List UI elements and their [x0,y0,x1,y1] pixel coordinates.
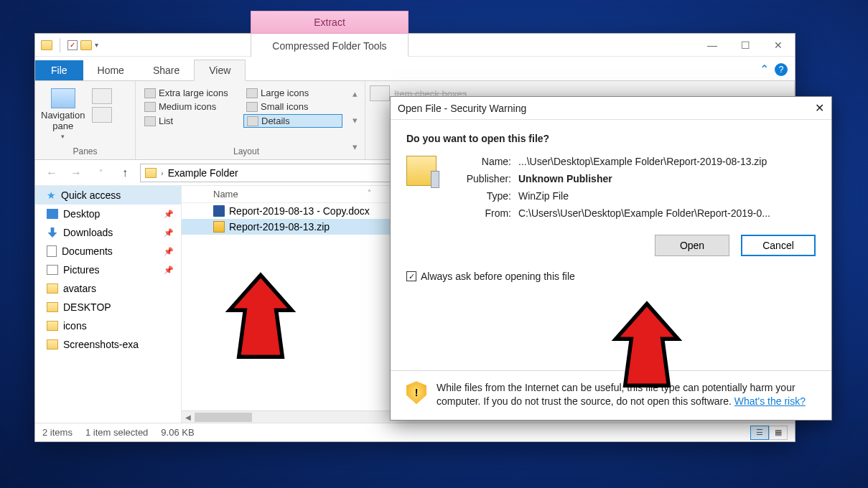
scroll-left-icon[interactable]: ◀ [182,411,194,423]
details-pane-icon[interactable] [92,107,112,123]
zip-file-icon [406,156,437,186]
sidebar-item-avatars[interactable]: avatars [35,279,181,298]
preview-pane-icon[interactable] [92,88,112,104]
zip-file-icon [213,221,225,233]
folder-icon [47,339,58,349]
breadcrumb[interactable]: Example Folder [168,167,238,179]
always-ask-label: Always ask before opening this file [421,271,575,282]
pin-icon: 📌 [164,228,174,238]
documents-icon [47,245,57,257]
dialog-title: Open File - Security Warning [398,103,526,114]
status-bar: 2 items 1 item selected 9.06 KB ☰ ▦ [35,423,795,441]
view-thumbnails-icon[interactable]: ▦ [769,426,788,440]
sidebar-item-documents[interactable]: Documents📌 [35,242,181,261]
sort-indicator-icon: ˄ [368,189,371,200]
sidebar-item-screenshots[interactable]: Screenshots-exa [35,335,181,354]
forward-button[interactable]: → [67,164,85,182]
quick-access-toolbar: ✓ ▾ [35,38,104,52]
publisher-value: Unknown Publisher [518,173,770,184]
maximize-button[interactable]: ☐ [729,34,762,57]
pin-icon: 📌 [164,210,174,219]
navigation-sidebar: ★Quick access Desktop📌 Downloads📌 Docume… [35,186,182,423]
layout-large[interactable]: Large icons [243,87,342,99]
always-ask-checkbox[interactable]: ✓ [406,271,416,281]
folder-icon [47,321,58,331]
ribbon-tabs: File Home Share View ⌃ ? [35,57,795,81]
sidebar-quick-access[interactable]: ★Quick access [35,186,181,205]
status-count: 2 items [42,427,73,438]
security-warning-dialog: Open File - Security Warning ✕ Do you wa… [390,96,832,421]
desktop-icon [47,209,58,219]
layout-medium[interactable]: Medium icons [141,100,241,113]
folder-icon [145,168,157,178]
scrollbar-thumb[interactable] [195,413,252,422]
layout-small[interactable]: Small icons [243,100,342,113]
collapse-ribbon-icon[interactable]: ⌃ [760,62,769,76]
status-selection: 1 item selected [85,427,148,438]
folder-icon[interactable] [41,40,52,50]
view-details-icon[interactable]: ☰ [750,426,769,440]
pictures-icon [47,265,58,275]
breadcrumb-arrow-icon[interactable]: › [161,169,164,177]
layout-details[interactable]: Details [243,114,342,128]
back-button[interactable]: ← [42,164,61,182]
tab-share[interactable]: Share [139,60,194,80]
contextual-tab-group: Extract Compressed Folder Tools [251,11,409,58]
title-bar: ✓ ▾ Extract Compressed Folder Tools Exam… [35,34,795,57]
tab-file[interactable]: File [35,60,83,80]
pin-icon: 📌 [164,247,174,256]
layout-list[interactable]: List [141,114,241,128]
tab-home[interactable]: Home [83,60,139,80]
up-button[interactable]: ↑ [116,164,134,182]
type-value: WinZip File [518,190,770,202]
minimize-button[interactable]: — [696,34,729,57]
layout-extra-large[interactable]: Extra large icons [141,87,241,99]
recent-dropdown-icon[interactable]: ˅ [91,164,110,182]
star-icon: ★ [47,189,56,201]
dialog-question: Do you want to open this file? [406,133,816,144]
folder-icon [47,302,58,312]
sidebar-item-desktop[interactable]: Desktop📌 [35,205,181,223]
whats-the-risk-link[interactable]: What's the risk? [734,395,806,407]
tab-compressed-tools[interactable]: Compressed Folder Tools [251,34,409,58]
file-name-value: ...\User\Desktop\Example Folder\Report-2… [518,156,770,167]
open-button[interactable]: Open [655,235,729,256]
properties-icon[interactable]: ✓ [67,40,78,50]
from-value: C:\Users\User\Desktop\Example Folder\Rep… [518,207,770,219]
sidebar-item-desktop2[interactable]: DESKTOP [35,298,181,316]
contextual-header: Extract [251,11,409,34]
navigation-pane-button[interactable]: Navigation pane ▾ [41,88,85,140]
help-icon[interactable]: ? [775,63,788,76]
checkbox-icon [370,85,390,101]
sidebar-item-downloads[interactable]: Downloads📌 [35,223,181,242]
dialog-title-bar: Open File - Security Warning ✕ [391,97,831,120]
dialog-close-button[interactable]: ✕ [815,101,824,115]
status-size: 9.06 KB [161,427,194,438]
word-doc-icon [213,205,225,217]
navigation-pane-icon [51,88,75,108]
folder-icon [47,283,58,294]
tab-view[interactable]: View [194,60,246,81]
downloads-icon [47,227,58,238]
qat-dropdown-icon[interactable]: ▾ [95,41,98,49]
sidebar-item-icons[interactable]: icons [35,316,181,335]
warning-text: While files from the Internet can be use… [437,381,816,408]
pin-icon: 📌 [164,266,174,275]
sidebar-item-pictures[interactable]: Pictures📌 [35,261,181,279]
close-button[interactable]: ✕ [762,34,795,57]
cancel-button[interactable]: Cancel [741,235,816,256]
new-folder-icon[interactable] [80,40,92,50]
shield-warning-icon: ! [406,381,426,404]
